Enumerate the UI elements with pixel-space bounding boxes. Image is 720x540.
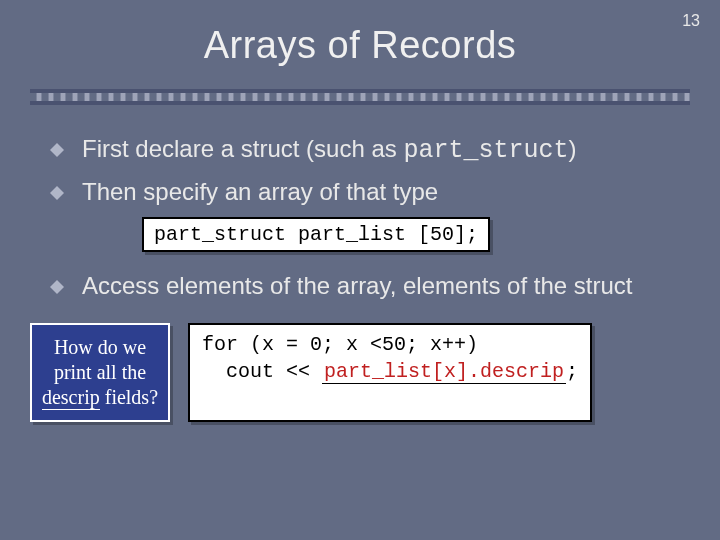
slide-title: Arrays of Records (0, 24, 720, 67)
code-text: part_struct part_list [50]; (142, 217, 490, 252)
code-inline: part_struct (403, 136, 568, 165)
bottom-row: How do we print all the descrip fields? … (30, 323, 670, 422)
svg-marker-1 (50, 186, 64, 200)
bullet-text: Then specify an array of that type (82, 176, 670, 207)
page-number: 13 (682, 12, 700, 30)
content-area: First declare a struct (such as part_str… (0, 133, 720, 422)
svg-marker-2 (50, 280, 64, 294)
bullet-item: Access elements of the array, elements o… (50, 270, 670, 301)
divider-bar (30, 89, 690, 105)
callout-line: How do we (38, 335, 162, 360)
bullet-text: First declare a struct (such as part_str… (82, 133, 670, 168)
code-line-suffix: ; (566, 360, 578, 383)
diamond-icon (50, 280, 64, 294)
code-fill-in: part_list[x].descrip (322, 360, 566, 384)
code-block-array-decl: part_struct part_list [50]; (142, 217, 670, 252)
svg-marker-0 (50, 143, 64, 157)
bullet-item: Then specify an array of that type (50, 176, 670, 207)
text-span: ) (568, 135, 576, 162)
callout-line: descrip fields? (38, 385, 162, 410)
code-line-prefix: cout << (202, 360, 322, 383)
text-span: First declare a struct (such as (82, 135, 403, 162)
bullet-item: First declare a struct (such as part_str… (50, 133, 670, 168)
code-block-loop: for (x = 0; x <50; x++) cout << part_lis… (188, 323, 592, 422)
underlined-word: descrip (42, 386, 100, 410)
callout-line: print all the (38, 360, 162, 385)
text-span: fields? (100, 386, 158, 408)
bullet-text: Access elements of the array, elements o… (82, 270, 670, 301)
callout-box: How do we print all the descrip fields? (30, 323, 170, 422)
code-line: for (x = 0; x <50; x++) (202, 333, 478, 356)
diamond-icon (50, 143, 64, 157)
diamond-icon (50, 186, 64, 200)
